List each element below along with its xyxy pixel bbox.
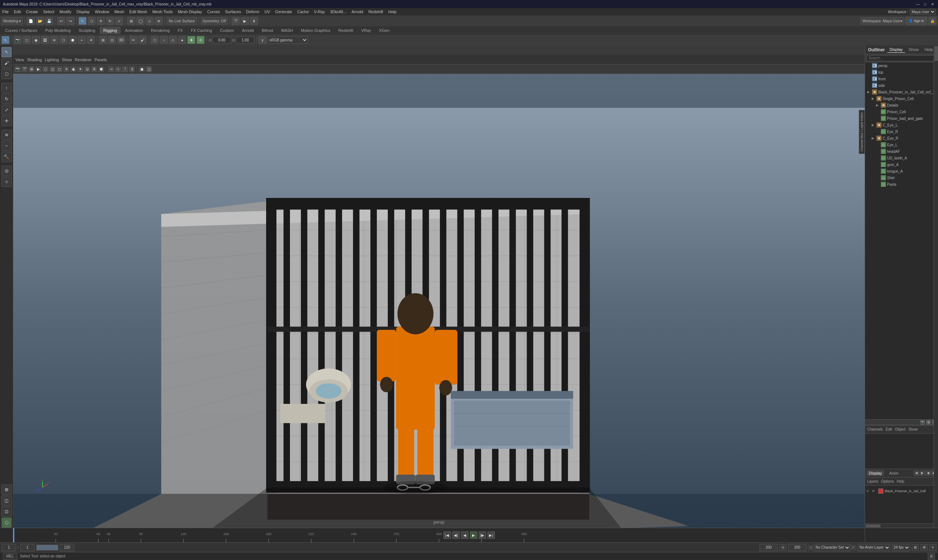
- layer-name[interactable]: Black_Prisoner_in_Jail_Cell: [885, 489, 926, 493]
- subdiv-surf-btn[interactable]: ◇: [169, 36, 177, 44]
- tab-curves---surfaces[interactable]: Curves / Surfaces: [2, 27, 41, 34]
- play-back-btn[interactable]: ◀: [461, 531, 469, 539]
- menu-item-select[interactable]: Select: [43, 9, 55, 14]
- paint-btn[interactable]: ✏: [129, 36, 137, 44]
- vp-sel2-btn[interactable]: ⊹: [115, 66, 121, 72]
- tab-sculpting[interactable]: Sculpting: [75, 27, 99, 34]
- status-extra-btn[interactable]: ⊞: [928, 553, 935, 560]
- tab-redshift[interactable]: Redshift: [335, 27, 357, 34]
- sidebar-bottom-2[interactable]: ◫: [2, 495, 12, 506]
- tree-item-eye-r[interactable]: ◻Eye_R: [865, 128, 938, 135]
- maximize-button[interactable]: □: [923, 2, 928, 6]
- vp-menu-view[interactable]: View: [15, 57, 24, 62]
- tree-item-persp[interactable]: persp: [865, 62, 938, 69]
- tree-item-c-eye-r[interactable]: ▶▦C_Eye_R: [865, 135, 938, 142]
- select-tool-btn[interactable]: ↖: [78, 17, 86, 25]
- workspace-selector[interactable]: Workspace :Maya User: [888, 9, 936, 15]
- workspace-select[interactable]: Maya User: [910, 9, 936, 15]
- fps-select[interactable]: 24 fps: [892, 544, 910, 551]
- char-set-icon2[interactable]: ▷: [851, 545, 856, 550]
- tree-item-ud-teeth-a[interactable]: ◻UD_teeth_A: [865, 155, 938, 161]
- show-channel-tab[interactable]: Show: [908, 427, 918, 431]
- value2-input[interactable]: [236, 37, 254, 43]
- channel-scroll-thumb[interactable]: [866, 525, 880, 528]
- light-btn[interactable]: ☀: [87, 36, 95, 44]
- menu-item-display[interactable]: Display: [77, 9, 90, 14]
- sculpt-btn[interactable]: 🖌: [138, 36, 147, 44]
- scrollbar-thumb[interactable]: [934, 46, 938, 61]
- vp-shadow-btn[interactable]: ◉: [71, 66, 76, 72]
- menu-item-redshift[interactable]: Redshift: [368, 9, 383, 14]
- snap-surface-btn[interactable]: ≋: [155, 17, 163, 25]
- vp-menu-panels[interactable]: Panels: [95, 57, 107, 62]
- menu-item-edit[interactable]: Edit: [14, 9, 21, 14]
- menu-item-mesh-display[interactable]: Mesh Display: [178, 9, 202, 14]
- tab-vray[interactable]: VRay: [357, 27, 375, 34]
- outliner-tab-help[interactable]: Help: [922, 46, 935, 53]
- new-file-btn[interactable]: 📄: [27, 17, 35, 25]
- vp-light-btn[interactable]: ☀: [63, 66, 69, 72]
- vp-comp1-btn[interactable]: ◼: [139, 66, 145, 72]
- sidebar-bottom-1[interactable]: ⊞: [2, 485, 12, 495]
- anim-layer-select[interactable]: No Anim Layer: [858, 544, 890, 551]
- tree-item-details[interactable]: ▶▦Details: [865, 102, 938, 108]
- select-mode-btn[interactable]: ↖: [2, 36, 9, 44]
- paint-select-side[interactable]: 🖌: [2, 58, 12, 68]
- subdiv-btn[interactable]: ≋: [50, 36, 58, 44]
- tab-fx[interactable]: FX: [174, 27, 186, 34]
- options-tab[interactable]: Options: [881, 479, 893, 483]
- rotate-tool-btn[interactable]: ↻: [106, 17, 114, 25]
- tab-poly-modeling[interactable]: Poly Modeling: [42, 27, 74, 34]
- sidebar-bottom-4[interactable]: ⬡: [2, 517, 12, 528]
- tree-item-prison-cell[interactable]: ◻Prison_Cell: [865, 108, 938, 115]
- select-tool-side[interactable]: ↖: [2, 47, 12, 57]
- anim-end-expand[interactable]: ⊙: [779, 544, 787, 551]
- outliner-tab-show[interactable]: Show: [906, 46, 921, 53]
- step-forward-btn[interactable]: |▶: [479, 531, 486, 539]
- isolate-btn[interactable]: ◉: [32, 36, 40, 44]
- tree-item-side[interactable]: side: [865, 82, 938, 89]
- texture-btn[interactable]: ▪: [78, 36, 86, 44]
- tree-item-gum-a[interactable]: ◻gum_A: [865, 161, 938, 168]
- play-forward-btn[interactable]: ▶: [470, 531, 477, 539]
- timeline-extra-btn[interactable]: ≡: [929, 544, 936, 551]
- 3d-btn[interactable]: 3D: [117, 36, 125, 44]
- curve-side[interactable]: ~: [2, 141, 12, 151]
- vp-sel3-btn[interactable]: ⊺: [122, 66, 128, 72]
- sign-in-btn[interactable]: 👤 Sign In: [906, 17, 927, 25]
- layer-v-btn[interactable]: V: [867, 489, 871, 493]
- menu-item-help[interactable]: Help: [388, 9, 397, 14]
- vp-menu-show[interactable]: Show: [62, 57, 72, 62]
- menu-item-mesh-tools[interactable]: Mesh Tools: [152, 9, 173, 14]
- undo-btn[interactable]: ↩: [57, 17, 65, 25]
- save-file-btn[interactable]: 💾: [45, 17, 53, 25]
- display-icon1[interactable]: ◀: [914, 471, 919, 476]
- timeline-sync-btn[interactable]: ⊞: [912, 544, 919, 551]
- vp-menu-shading[interactable]: Shading: [27, 57, 42, 62]
- tree-item-pants[interactable]: ◻Pants: [865, 181, 938, 188]
- character-set-select[interactable]: No Character Set: [814, 544, 850, 551]
- settings-icon[interactable]: ⚙: [926, 420, 931, 425]
- char-set-icon[interactable]: ◁: [808, 545, 813, 550]
- timeline-settings-btn[interactable]: ⚙: [920, 544, 928, 551]
- vp-film-btn[interactable]: 🎬: [22, 66, 28, 72]
- menu-item-curves[interactable]: Curves: [207, 9, 220, 14]
- rotate-side[interactable]: ↻: [2, 94, 12, 104]
- menu-item-3dtoall---[interactable]: 3DtoAll...: [330, 9, 346, 14]
- main-viewport[interactable]: X Y Z persp: [13, 74, 865, 528]
- menu-item-window[interactable]: Window: [95, 9, 109, 14]
- tab-motion-graphics[interactable]: Motion Graphics: [297, 27, 334, 34]
- vp-render-btn[interactable]: ▶: [35, 66, 42, 72]
- grid-btn[interactable]: ⊞: [99, 36, 107, 44]
- show-all-btn[interactable]: ◻: [23, 36, 31, 44]
- script-mode-btn[interactable]: MEL: [3, 553, 17, 560]
- edit-channel-tab[interactable]: Edit: [886, 427, 892, 431]
- tab-arnold[interactable]: Arnold: [238, 27, 257, 34]
- tab-rendering[interactable]: Rendering: [148, 27, 174, 34]
- vp-comp2-btn[interactable]: ◫: [146, 66, 152, 72]
- menu-item-surfaces[interactable]: Surfaces: [225, 9, 241, 14]
- anim-tab[interactable]: Anim: [887, 470, 901, 476]
- vp-xray-btn[interactable]: ✦: [77, 66, 83, 72]
- sphere-btn[interactable]: ●: [178, 36, 186, 44]
- menu-item-generate[interactable]: Generate: [275, 9, 292, 14]
